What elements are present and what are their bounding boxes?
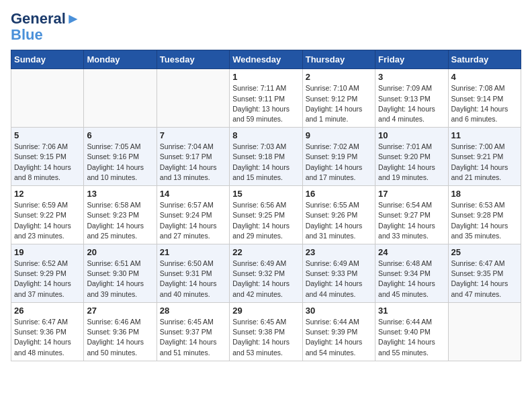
page-header: General► Blue — [11, 11, 521, 43]
calendar-cell: 13Sunrise: 6:58 AMSunset: 9:23 PMDayligh… — [84, 186, 157, 244]
day-number: 14 — [160, 189, 226, 199]
calendar-cell: 22Sunrise: 6:49 AMSunset: 9:32 PMDayligh… — [230, 244, 302, 303]
day-info: Sunrise: 7:08 AMSunset: 9:14 PMDaylight:… — [451, 83, 518, 124]
calendar-week-row: 12Sunrise: 6:59 AMSunset: 9:22 PMDayligh… — [11, 186, 521, 244]
day-info: Sunrise: 6:47 AMSunset: 9:35 PMDaylight:… — [451, 259, 518, 300]
weekday-header-cell: Wednesday — [230, 50, 302, 69]
calendar-cell: 10Sunrise: 7:01 AMSunset: 9:20 PMDayligh… — [375, 128, 448, 186]
day-info: Sunrise: 7:00 AMSunset: 9:21 PMDaylight:… — [451, 142, 518, 183]
calendar-cell: 25Sunrise: 6:47 AMSunset: 9:35 PMDayligh… — [448, 244, 521, 303]
day-number: 15 — [232, 189, 299, 199]
calendar-cell: 26Sunrise: 6:47 AMSunset: 9:36 PMDayligh… — [11, 302, 84, 361]
day-info: Sunrise: 6:58 AMSunset: 9:23 PMDaylight:… — [87, 200, 153, 241]
day-number: 5 — [14, 130, 81, 140]
calendar-cell — [11, 69, 84, 128]
day-info: Sunrise: 6:44 AMSunset: 9:40 PMDaylight:… — [378, 317, 445, 358]
calendar-cell: 29Sunrise: 6:45 AMSunset: 9:38 PMDayligh… — [230, 302, 302, 361]
day-number: 4 — [451, 72, 518, 82]
weekday-header-row: SundayMondayTuesdayWednesdayThursdayFrid… — [11, 50, 521, 69]
weekday-header-cell: Thursday — [302, 50, 375, 69]
day-info: Sunrise: 6:57 AMSunset: 9:24 PMDaylight:… — [160, 200, 226, 241]
day-number: 24 — [378, 247, 445, 257]
day-info: Sunrise: 6:47 AMSunset: 9:36 PMDaylight:… — [14, 317, 81, 358]
day-number: 11 — [451, 130, 518, 140]
day-info: Sunrise: 6:46 AMSunset: 9:36 PMDaylight:… — [87, 317, 153, 358]
calendar-table: SundayMondayTuesdayWednesdayThursdayFrid… — [11, 50, 521, 361]
day-number: 16 — [306, 189, 372, 199]
day-number: 13 — [87, 189, 153, 199]
weekday-header-cell: Monday — [84, 50, 157, 69]
day-info: Sunrise: 6:53 AMSunset: 9:28 PMDaylight:… — [451, 200, 518, 241]
calendar-cell: 20Sunrise: 6:51 AMSunset: 9:30 PMDayligh… — [84, 244, 157, 303]
calendar-week-row: 26Sunrise: 6:47 AMSunset: 9:36 PMDayligh… — [11, 302, 521, 361]
calendar-cell — [84, 69, 157, 128]
calendar-cell: 11Sunrise: 7:00 AMSunset: 9:21 PMDayligh… — [448, 128, 521, 186]
day-info: Sunrise: 6:55 AMSunset: 9:26 PMDaylight:… — [306, 200, 372, 241]
logo-text: General► — [11, 11, 81, 27]
day-number: 3 — [378, 72, 445, 82]
day-info: Sunrise: 6:44 AMSunset: 9:39 PMDaylight:… — [306, 317, 372, 358]
calendar-cell — [157, 69, 229, 128]
calendar-cell: 14Sunrise: 6:57 AMSunset: 9:24 PMDayligh… — [157, 186, 229, 244]
calendar-cell: 21Sunrise: 6:50 AMSunset: 9:31 PMDayligh… — [157, 244, 229, 303]
calendar-cell: 23Sunrise: 6:49 AMSunset: 9:33 PMDayligh… — [302, 244, 375, 303]
day-info: Sunrise: 7:02 AMSunset: 9:19 PMDaylight:… — [306, 142, 372, 183]
calendar-cell: 30Sunrise: 6:44 AMSunset: 9:39 PMDayligh… — [302, 302, 375, 361]
day-number: 26 — [14, 306, 81, 316]
calendar-cell: 1Sunrise: 7:11 AMSunset: 9:11 PMDaylight… — [230, 69, 302, 128]
calendar-cell: 8Sunrise: 7:03 AMSunset: 9:18 PMDaylight… — [230, 128, 302, 186]
calendar-cell: 19Sunrise: 6:52 AMSunset: 9:29 PMDayligh… — [11, 244, 84, 303]
day-number: 30 — [306, 306, 372, 316]
day-info: Sunrise: 7:06 AMSunset: 9:15 PMDaylight:… — [14, 142, 81, 183]
day-info: Sunrise: 6:45 AMSunset: 9:37 PMDaylight:… — [160, 317, 226, 358]
day-number: 22 — [232, 247, 299, 257]
day-number: 19 — [14, 247, 81, 257]
weekday-header-cell: Sunday — [11, 50, 84, 69]
day-number: 31 — [378, 306, 445, 316]
day-info: Sunrise: 6:48 AMSunset: 9:34 PMDaylight:… — [378, 259, 445, 300]
day-number: 6 — [87, 130, 153, 140]
day-number: 8 — [232, 130, 299, 140]
calendar-cell: 3Sunrise: 7:09 AMSunset: 9:13 PMDaylight… — [375, 69, 448, 128]
calendar-cell: 16Sunrise: 6:55 AMSunset: 9:26 PMDayligh… — [302, 186, 375, 244]
day-number: 23 — [306, 247, 372, 257]
weekday-header-cell: Tuesday — [157, 50, 229, 69]
day-info: Sunrise: 6:49 AMSunset: 9:33 PMDaylight:… — [306, 259, 372, 300]
day-number: 10 — [378, 130, 445, 140]
calendar-cell: 5Sunrise: 7:06 AMSunset: 9:15 PMDaylight… — [11, 128, 84, 186]
day-info: Sunrise: 6:59 AMSunset: 9:22 PMDaylight:… — [14, 200, 81, 241]
calendar-cell — [448, 302, 521, 361]
logo-blue: Blue — [11, 27, 81, 43]
day-number: 27 — [87, 306, 153, 316]
day-info: Sunrise: 7:03 AMSunset: 9:18 PMDaylight:… — [232, 142, 299, 183]
day-info: Sunrise: 6:49 AMSunset: 9:32 PMDaylight:… — [232, 259, 299, 300]
day-number: 17 — [378, 189, 445, 199]
day-number: 20 — [87, 247, 153, 257]
day-info: Sunrise: 6:56 AMSunset: 9:25 PMDaylight:… — [232, 200, 299, 241]
calendar-body: 1Sunrise: 7:11 AMSunset: 9:11 PMDaylight… — [11, 69, 521, 361]
day-number: 29 — [232, 306, 299, 316]
calendar-cell: 31Sunrise: 6:44 AMSunset: 9:40 PMDayligh… — [375, 302, 448, 361]
day-info: Sunrise: 7:09 AMSunset: 9:13 PMDaylight:… — [378, 83, 445, 124]
calendar-cell: 2Sunrise: 7:10 AMSunset: 9:12 PMDaylight… — [302, 69, 375, 128]
day-number: 18 — [451, 189, 518, 199]
calendar-cell: 17Sunrise: 6:54 AMSunset: 9:27 PMDayligh… — [375, 186, 448, 244]
weekday-header-cell: Saturday — [448, 50, 521, 69]
calendar-cell: 7Sunrise: 7:04 AMSunset: 9:17 PMDaylight… — [157, 128, 229, 186]
calendar-cell: 24Sunrise: 6:48 AMSunset: 9:34 PMDayligh… — [375, 244, 448, 303]
day-info: Sunrise: 6:51 AMSunset: 9:30 PMDaylight:… — [87, 259, 153, 300]
day-info: Sunrise: 7:01 AMSunset: 9:20 PMDaylight:… — [378, 142, 445, 183]
day-info: Sunrise: 6:50 AMSunset: 9:31 PMDaylight:… — [160, 259, 226, 300]
day-number: 7 — [160, 130, 226, 140]
logo: General► Blue — [11, 11, 81, 43]
calendar-cell: 18Sunrise: 6:53 AMSunset: 9:28 PMDayligh… — [448, 186, 521, 244]
day-info: Sunrise: 6:54 AMSunset: 9:27 PMDaylight:… — [378, 200, 445, 241]
day-number: 2 — [306, 72, 372, 82]
day-number: 25 — [451, 247, 518, 257]
calendar-cell: 6Sunrise: 7:05 AMSunset: 9:16 PMDaylight… — [84, 128, 157, 186]
day-number: 12 — [14, 189, 81, 199]
day-info: Sunrise: 6:45 AMSunset: 9:38 PMDaylight:… — [232, 317, 299, 358]
calendar-cell: 12Sunrise: 6:59 AMSunset: 9:22 PMDayligh… — [11, 186, 84, 244]
weekday-header-cell: Friday — [375, 50, 448, 69]
calendar-cell: 28Sunrise: 6:45 AMSunset: 9:37 PMDayligh… — [157, 302, 229, 361]
